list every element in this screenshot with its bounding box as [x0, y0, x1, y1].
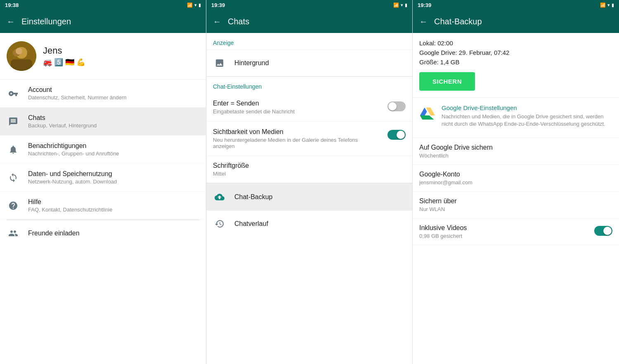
settings-item-help[interactable]: Hilfe FAQ, Kontakt, Datenschutzrichtlini…: [0, 192, 206, 220]
chats-label: Chats: [28, 114, 199, 122]
notifications-text: Benachrichtigungen Nachrichten-, Gruppen…: [28, 142, 199, 157]
chat-backup-title: Chat-Backup: [434, 17, 612, 26]
profile-section[interactable]: Jens 🚒 5️⃣ 🇩🇪 💪: [0, 33, 206, 80]
auf-google-drive-label: Auf Google Drive sichern: [419, 144, 612, 151]
google-drive-section: Google Drive-Einstellungen Nachrichten u…: [413, 98, 619, 138]
inklusive-videos-value: 0,98 GB gesichert: [419, 233, 591, 239]
enter-senden-toggle-container[interactable]: [387, 100, 406, 111]
invite-label: Freunde einladen: [28, 230, 80, 237]
settings-item-chats[interactable]: Chats Backup, Verlauf, Hintergrund: [0, 108, 206, 136]
chat-backup-header: ← Chat-Backup: [413, 10, 619, 33]
sichtbarkeit-toggle[interactable]: [387, 130, 406, 140]
settings-title: Einstellungen: [21, 17, 199, 26]
enter-senden-toggle[interactable]: [387, 101, 406, 111]
bell-svg: [8, 145, 18, 155]
sichern-ueber-row[interactable]: Sichern über Nur WLAN: [413, 192, 619, 218]
schriftgroesse-label: Schriftgröße: [213, 162, 406, 169]
settings-panel: 19:38 📶 ▾ ▮ ← Einstellungen: [0, 0, 206, 364]
svg-point-4: [16, 48, 22, 54]
enter-senden-text: Enter = Senden Eingabetaste sendet die N…: [213, 100, 381, 115]
inklusive-videos-knob: [603, 227, 612, 235]
status-bar-left: 19:38 📶 ▾ ▮: [0, 0, 206, 10]
back-button-mid[interactable]: ←: [213, 17, 221, 26]
status-icons-right: 📶 ▾ ▮: [600, 2, 614, 8]
chat-backup-item[interactable]: Chat-Backup: [206, 183, 412, 210]
inklusive-videos-row: Inklusive Videos 0,98 GB gesichert: [413, 218, 619, 245]
chat-backup-label: Chat-Backup: [234, 193, 273, 201]
settings-item-data[interactable]: Daten- und Speichernutzung Netzwerk-Nutz…: [0, 164, 206, 192]
google-drive-icon: [419, 105, 436, 122]
help-text: Hilfe FAQ, Kontakt, Datenschutzrichtlini…: [28, 198, 199, 213]
chats-header: ← Chats: [206, 10, 412, 33]
back-button-left[interactable]: ←: [7, 17, 15, 26]
cloud-upload-svg: [215, 192, 224, 202]
enter-senden-knob: [388, 102, 397, 110]
chats-panel: 19:39 📶 ▾ ▮ ← Chats Anzeige Hintergrund …: [206, 0, 413, 364]
enter-senden-label: Enter = Senden: [213, 100, 381, 107]
enter-senden-row: Enter = Senden Eingabetaste sendet die N…: [206, 93, 412, 122]
inklusive-videos-text: Inklusive Videos 0,98 GB gesichert: [419, 224, 591, 239]
signal-icon-mid: 📶: [393, 2, 399, 8]
google-drive-desc: Nachrichten und Medien, die in Google Dr…: [442, 113, 612, 128]
notifications-label: Benachrichtigungen: [28, 142, 199, 150]
notifications-sublabel: Nachrichten-, Gruppen- und Anruftöne: [28, 150, 199, 157]
backup-info-section: Lokal: 02:00 Google Drive: 29. Februar, …: [413, 33, 619, 98]
sichern-ueber-value: Nur WLAN: [419, 206, 612, 212]
history-svg: [215, 219, 224, 229]
key-svg: [8, 89, 18, 99]
help-label: Hilfe: [28, 198, 199, 206]
wifi-icon-mid: ▾: [401, 2, 403, 8]
sync-svg: [8, 173, 18, 183]
chatverlauf-item[interactable]: Chatverlauf: [206, 210, 412, 237]
profile-info: Jens 🚒 5️⃣ 🇩🇪 💪: [43, 45, 85, 67]
people-svg: [8, 228, 18, 238]
anzeige-section-header: Anzeige: [206, 33, 412, 49]
sync-icon: [7, 171, 20, 184]
battery-icon: ▮: [198, 2, 201, 8]
sichtbarkeit-knob: [397, 131, 405, 139]
help-svg: [8, 201, 18, 211]
avatar-svg: [7, 41, 36, 71]
data-text: Daten- und Speichernutzung Netzwerk-Nutz…: [28, 170, 199, 185]
status-icons-left: 📶 ▾ ▮: [187, 2, 201, 8]
google-konto-label: Google-Konto: [419, 171, 612, 178]
image-svg: [215, 58, 224, 68]
inklusive-videos-toggle[interactable]: [594, 226, 612, 236]
chat-settings-section-header: Chat-Einstellungen: [206, 77, 412, 93]
sichtbarkeit-label: Sichtbarkeit von Medien: [213, 128, 381, 136]
auf-google-drive-row[interactable]: Auf Google Drive sichern Wöchentlich: [413, 138, 619, 165]
back-button-right[interactable]: ←: [419, 17, 428, 26]
chats-content: Anzeige Hintergrund Chat-Einstellungen E…: [206, 33, 412, 364]
battery-icon-right: ▮: [612, 2, 614, 8]
google-drive-title: Google Drive-Einstellungen: [442, 104, 612, 111]
settings-header: ← Einstellungen: [0, 10, 206, 33]
backup-groesse: Größe: 1,4 GB: [419, 59, 612, 66]
avatar: [7, 41, 36, 71]
avatar-image: [7, 41, 36, 71]
chat-icon: [7, 115, 20, 128]
google-konto-row[interactable]: Google-Konto jensminor@gmail.com: [413, 165, 619, 192]
time-left: 19:38: [5, 2, 19, 8]
auf-google-drive-value: Wöchentlich: [419, 153, 612, 159]
help-icon: [7, 199, 20, 212]
google-drive-svg: [419, 105, 436, 122]
settings-item-account[interactable]: Account Datenschutz, Sicherheit, Nummer …: [0, 80, 206, 108]
account-label: Account: [28, 86, 199, 94]
sichern-ueber-label: Sichern über: [419, 197, 612, 205]
settings-item-notifications[interactable]: Benachrichtigungen Nachrichten-, Gruppen…: [0, 136, 206, 164]
backup-lokal: Lokal: 02:00: [419, 40, 612, 47]
signal-icon: 📶: [187, 2, 193, 8]
account-sublabel: Datenschutz, Sicherheit, Nummer ändern: [28, 94, 199, 101]
signal-icon-right: 📶: [600, 2, 606, 8]
inklusive-videos-label: Inklusive Videos: [419, 224, 591, 232]
schriftgroesse-row[interactable]: Schriftgröße Mittel: [206, 156, 412, 183]
hintergrund-item[interactable]: Hintergrund: [206, 49, 412, 76]
inklusive-videos-toggle-container[interactable]: [594, 224, 612, 236]
sichern-button[interactable]: SICHERN: [419, 72, 475, 91]
sichtbarkeit-toggle-container[interactable]: [387, 128, 406, 140]
status-icons-mid: 📶 ▾ ▮: [393, 2, 407, 8]
svg-rect-3: [11, 59, 32, 71]
data-label: Daten- und Speichernutzung: [28, 170, 199, 178]
invite-item[interactable]: Freunde einladen: [0, 220, 206, 247]
enter-senden-sub: Eingabetaste sendet die Nachricht: [213, 108, 381, 115]
